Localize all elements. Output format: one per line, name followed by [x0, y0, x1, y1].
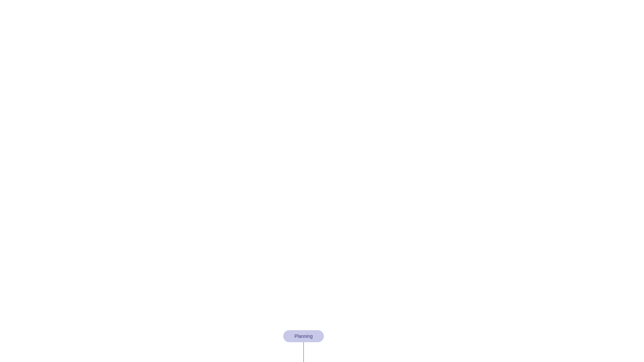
node-planning: Planning: [283, 330, 324, 342]
connector-lines: [0, 0, 644, 362]
diagram-container: PlanningGathering InformationAnalyzing D…: [0, 0, 644, 362]
